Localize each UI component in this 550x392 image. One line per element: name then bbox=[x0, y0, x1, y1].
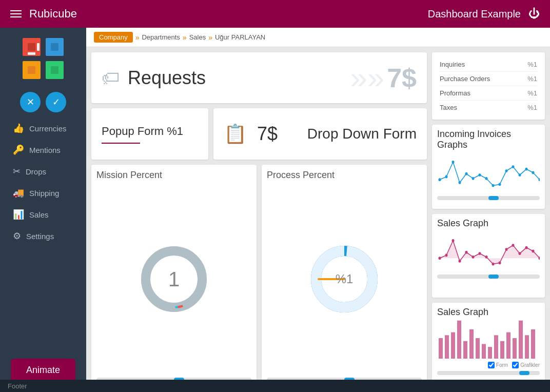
svg-point-46 bbox=[519, 252, 521, 255]
info-label-taxes: Taxes bbox=[440, 104, 457, 111]
sidebar-item-settings[interactable]: ⚙ Settings bbox=[5, 225, 81, 247]
sidebar-item-label: Settings bbox=[26, 232, 54, 241]
sidebar-x-button[interactable]: ✕ bbox=[20, 92, 41, 112]
info-label-inquiries: Inquiries bbox=[440, 61, 465, 68]
legend-grafikler: Grafikler bbox=[512, 362, 540, 368]
sidebar-item-currencies[interactable]: 👍 Currencies bbox=[5, 117, 81, 139]
svg-point-23 bbox=[472, 177, 475, 180]
popup-form-card[interactable]: Popup Form %1 bbox=[91, 108, 208, 160]
sales-graph-2-card: Sales Graph bbox=[432, 303, 545, 387]
breadcrumb-company[interactable]: Company bbox=[94, 32, 133, 43]
process-value: %1 bbox=[336, 272, 353, 286]
sales-graph-2-title: Sales Graph bbox=[437, 307, 488, 317]
process-card: Process Percent %1 bbox=[262, 165, 427, 387]
incoming-scrollbar[interactable] bbox=[437, 196, 540, 200]
dropdown-form-card[interactable]: 📋 7$ Drop Down Form bbox=[213, 108, 427, 160]
sidebar-item-shipping[interactable]: 🚚 Shipping bbox=[5, 182, 81, 204]
svg-point-41 bbox=[485, 256, 488, 259]
sidebar-item-mentions[interactable]: 🔑 Mentions bbox=[5, 139, 81, 161]
drops-icon: ✂ bbox=[13, 166, 21, 177]
process-donut: %1 bbox=[306, 241, 383, 318]
settings-icon: ⚙ bbox=[13, 230, 21, 242]
svg-rect-9 bbox=[51, 66, 58, 74]
sales1-scrollbar[interactable] bbox=[437, 275, 540, 279]
svg-rect-55 bbox=[469, 329, 474, 359]
left-panels: 🏷 Requests »» 7$ Popup Form %1 bbox=[91, 52, 427, 387]
breadcrumb-user: Uğur PARLAYAN bbox=[215, 33, 265, 41]
main-layout: ✕ ✓ 👍 Currencies 🔑 Mentions ✂ Drops 🚚 Sh… bbox=[0, 28, 550, 392]
sales-graph-1-card: Sales Graph bbox=[432, 214, 545, 298]
sidebar-item-label: Mentions bbox=[29, 146, 61, 154]
svg-point-22 bbox=[465, 172, 468, 175]
info-value-taxes: %1 bbox=[527, 104, 537, 111]
charts-row: Mission Percent 1 bbox=[91, 165, 427, 387]
power-icon[interactable]: ⏻ bbox=[528, 7, 540, 21]
sidebar-item-label: Currencies bbox=[29, 124, 67, 133]
svg-point-30 bbox=[519, 173, 521, 177]
currencies-icon: 👍 bbox=[13, 123, 24, 134]
popup-form-title: Popup Form %1 bbox=[102, 125, 198, 138]
svg-point-38 bbox=[465, 251, 468, 254]
info-label-purchase: Purchase Orders bbox=[440, 75, 490, 83]
requests-icon: 🏷 bbox=[102, 67, 120, 89]
svg-rect-51 bbox=[445, 336, 449, 359]
brand-name: Rubicube bbox=[29, 7, 77, 21]
svg-point-21 bbox=[459, 181, 461, 184]
requests-card: 🏷 Requests »» 7$ bbox=[91, 52, 427, 103]
breadcrumb-sep1: » bbox=[135, 33, 140, 42]
info-value-purchase: %1 bbox=[527, 75, 537, 83]
incoming-graph-svg bbox=[437, 150, 540, 191]
legend-form: Form bbox=[488, 362, 508, 368]
sidebar-check-button[interactable]: ✓ bbox=[46, 92, 66, 112]
info-card: Inquiries %1 Purchase Orders %1 Proforma… bbox=[432, 52, 545, 120]
sidebar-item-label: Shipping bbox=[29, 189, 59, 198]
svg-rect-56 bbox=[476, 338, 480, 359]
svg-point-29 bbox=[512, 165, 515, 168]
sidebar-item-sales[interactable]: 📊 Sales bbox=[5, 204, 81, 225]
legend-form-checkbox[interactable] bbox=[488, 362, 495, 368]
sales-graph-1-title: Sales Graph bbox=[437, 218, 488, 228]
svg-point-47 bbox=[525, 246, 528, 249]
info-value-inquiries: %1 bbox=[527, 61, 537, 68]
requests-title: Requests bbox=[128, 67, 206, 89]
svg-point-32 bbox=[532, 171, 535, 174]
animate-button[interactable]: Animate bbox=[11, 359, 75, 382]
requests-arrows: »» bbox=[350, 60, 384, 95]
incoming-graph-card: Incoming Invoices Graphs bbox=[432, 125, 545, 209]
legend-grafikler-checkbox[interactable] bbox=[512, 362, 519, 368]
breadcrumb-departments[interactable]: Departments bbox=[142, 33, 180, 41]
legend-grafikler-label: Grafikler bbox=[520, 362, 540, 368]
dashboard-title: Dashboard Example bbox=[428, 8, 521, 20]
right-panels: Inquiries %1 Purchase Orders %1 Proforma… bbox=[432, 52, 545, 387]
topbar-right: Dashboard Example ⏻ bbox=[428, 7, 540, 21]
incoming-scroll-thumb bbox=[488, 196, 499, 200]
sidebar-icons-row: ✕ ✓ bbox=[20, 92, 66, 112]
requests-left: 🏷 Requests bbox=[102, 67, 206, 89]
svg-point-39 bbox=[472, 256, 475, 259]
svg-point-40 bbox=[479, 252, 481, 255]
svg-point-27 bbox=[499, 183, 501, 186]
sales2-scrollbar[interactable] bbox=[437, 371, 540, 375]
svg-rect-64 bbox=[525, 336, 529, 359]
svg-rect-53 bbox=[457, 321, 461, 359]
hamburger-icon[interactable] bbox=[10, 10, 22, 17]
topbar-left: Rubicube bbox=[10, 7, 77, 21]
footer-bar: Footer bbox=[0, 380, 550, 392]
breadcrumb-sep3: » bbox=[208, 33, 212, 42]
svg-point-36 bbox=[452, 239, 455, 242]
info-label-proformas: Proformas bbox=[440, 89, 470, 97]
svg-point-24 bbox=[479, 173, 481, 177]
process-title: Process Percent bbox=[267, 170, 335, 181]
svg-point-28 bbox=[505, 169, 508, 172]
breadcrumb: Company » Departments » Sales » Uğur PAR… bbox=[86, 28, 550, 47]
mission-value: 1 bbox=[168, 268, 180, 291]
row-cards: Popup Form %1 📋 7$ Drop Down Form bbox=[91, 108, 427, 160]
svg-rect-7 bbox=[51, 43, 58, 51]
sidebar-item-drops[interactable]: ✂ Drops bbox=[5, 161, 81, 182]
sales1-scroll-thumb bbox=[488, 275, 499, 279]
svg-point-35 bbox=[445, 253, 448, 257]
topbar: Rubicube Dashboard Example ⏻ bbox=[0, 0, 550, 28]
sidebar: ✕ ✓ 👍 Currencies 🔑 Mentions ✂ Drops 🚚 Sh… bbox=[0, 28, 86, 392]
mission-card: Mission Percent 1 bbox=[91, 165, 257, 387]
breadcrumb-sales[interactable]: Sales bbox=[189, 33, 206, 41]
